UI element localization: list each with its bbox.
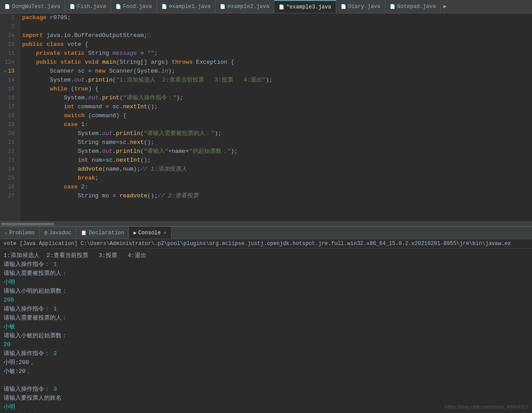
line-numbers: 1 2 3⊕ 10 11 12⊖ ⚠ 13 14 15 16 17 18 19 … (0, 13, 20, 221)
tab-label: Diary.java (348, 4, 380, 10)
code-lines: 1 2 3⊕ 10 11 12⊖ ⚠ 13 14 15 16 17 18 19 … (0, 13, 532, 221)
java-file-icon: 📄 (279, 4, 284, 10)
console-line-4: 小明 (4, 278, 528, 287)
tab-label: Food.java (123, 4, 152, 10)
tab-declaration-label: Declaration (89, 230, 124, 236)
line-num-23: 23 (4, 156, 16, 165)
tab-label: *example3.java (286, 4, 331, 10)
line-num-20: 20 (4, 129, 16, 138)
console-close-icon: ✕ (164, 229, 167, 236)
tab-diary[interactable]: 📄 Diary.java (336, 0, 385, 13)
code-line-22: System.out.println("请输入"+name+"的起始票数："); (22, 147, 532, 156)
line-num-21: 21 (4, 138, 16, 147)
java-file-icon: 📄 (161, 4, 167, 9)
editor-area: 1 2 3⊕ 10 11 12⊖ ⚠ 13 14 15 16 17 18 19 … (0, 13, 532, 226)
tab-label: Notepad.java (397, 4, 436, 10)
tab-food[interactable]: 📄 Food.java (111, 0, 157, 13)
tab-problems-label: Problems (9, 230, 35, 236)
console-area: vote [Java Application] C:\Users\Adminis… (0, 239, 532, 413)
tab-example2[interactable]: 📄 example2.java (215, 0, 274, 13)
console-line-6: 200 (4, 296, 528, 305)
console-line-3: 请输入需要被投票的人： (4, 269, 528, 278)
tab-example3[interactable]: 📄 *example3.java (274, 0, 336, 13)
warning-icon: ⚠ (4, 67, 6, 76)
code-line-1: package r0705; (22, 13, 532, 22)
line-num-16: 16 (4, 94, 16, 102)
tab-label: DongWuTest.java (12, 4, 60, 10)
tab-declaration[interactable]: 📋 Declaration (76, 227, 129, 239)
line-num-14: 14 (4, 76, 16, 85)
java-file-icon: 📄 (4, 4, 10, 9)
console-line-12: 请输入操作指令： 2 (4, 349, 528, 358)
tab-console[interactable]: ▶ Console ✕ (129, 227, 171, 239)
code-line-14: System.out.println("1:添加候选人 2:查看当前投票 3:投… (22, 76, 532, 85)
console-container[interactable]: 1:添加候选人 2:查看当前投票 3:投票 4:退出 请输入操作指令： 1 请输… (0, 249, 532, 413)
tab-problems[interactable]: ⚠ Problems (0, 227, 40, 239)
console-line-13: 小明:200， (4, 358, 528, 367)
code-line-23: int num=sc.nextInt(); (22, 156, 532, 165)
line-num-26: 26 (4, 183, 16, 192)
java-file-icon: 📄 (220, 4, 225, 9)
code-line-21: String name=sc.next(); (22, 138, 532, 147)
console-line-17: 请输入要投票人的姓名 (4, 394, 528, 403)
tab-label: example2.java (227, 4, 269, 10)
code-line-10: public class vote { (22, 40, 532, 49)
console-line-5: 请输入小明的起始票数： (4, 287, 528, 296)
console-line-7: 请输入操作指令： 1 (4, 305, 528, 314)
declaration-icon: 📋 (81, 230, 87, 236)
line-num-11: 11 (4, 49, 16, 58)
console-line-1: 1:添加候选人 2:查看当前投票 3:投票 4:退出 (4, 251, 528, 260)
scrollbar-thumb[interactable] (1, 223, 54, 225)
java-file-icon: 📄 (390, 4, 395, 9)
tab-fish[interactable]: 📄 Fish.java (65, 0, 111, 13)
line-num-1: 1 (4, 13, 16, 22)
line-num-17: 17 (4, 102, 16, 111)
tab-dongwutest[interactable]: 📄 DongWuTest.java (0, 0, 65, 13)
more-tabs-button[interactable]: ▶ (441, 0, 449, 13)
tab-javadoc[interactable]: @ Javadoc (40, 227, 76, 239)
line-num-13: ⚠ 13 (4, 67, 16, 76)
line-num-27: 27 (4, 192, 16, 200)
code-line-2 (22, 22, 532, 31)
line-num-25: 25 (4, 174, 16, 183)
code-line-3: import java.io.BufferedOutputStream;□ (22, 31, 532, 40)
horizontal-scrollbar[interactable] (0, 221, 532, 226)
line-num-10: 10 (4, 40, 16, 49)
tab-console-label: Console (138, 230, 161, 236)
code-line-12: public static void main(String[] args) t… (22, 58, 532, 67)
console-icon: ▶ (133, 230, 136, 236)
tab-example1[interactable]: 📄 example1.java (157, 0, 216, 13)
code-line-13: Scanner sc = new Scanner(System.in); (22, 67, 532, 76)
console-output[interactable]: 1:添加候选人 2:查看当前投票 3:投票 4:退出 请输入操作指令： 1 请输… (0, 249, 532, 413)
line-num-22: 22 (4, 147, 16, 156)
console-header: vote [Java Application] C:\Users\Adminis… (0, 239, 532, 249)
code-editor[interactable]: 1 2 3⊕ 10 11 12⊖ ⚠ 13 14 15 16 17 18 19 … (0, 13, 532, 226)
code-line-17: int command = sc.nextInt(); (22, 102, 532, 111)
java-file-icon: 📄 (341, 4, 346, 9)
console-line-15 (4, 376, 528, 385)
watermark: https://blog.csdn.net/weixin_48864517 (445, 404, 528, 409)
line-num-12: 12⊖ (4, 58, 16, 67)
code-line-26: case 2: (22, 183, 532, 192)
console-line-14: 小敏:20， (4, 367, 528, 376)
console-line-11: 20 (4, 340, 528, 349)
code-line-20: System.out.println("请输入需要被投票的人："); (22, 129, 532, 138)
console-line-10: 请输入小敏的起始票数： (4, 331, 528, 340)
tab-javadoc-label: Javadoc (49, 230, 71, 236)
code-line-27: String mo = readvote();// 2:查看投票 (22, 192, 532, 200)
tab-notepad[interactable]: 📄 Notepad.java (385, 0, 441, 13)
tab-bar: 📄 DongWuTest.java 📄 Fish.java 📄 Food.jav… (0, 0, 532, 13)
console-line-16: 请输入操作指令： 3 (4, 385, 528, 394)
java-file-icon: 📄 (70, 4, 75, 9)
code-line-24: addvote(name,num);// 1:添加投票人 (22, 165, 532, 174)
console-line-2: 请输入操作指令： 1 (4, 260, 528, 269)
problems-icon: ⚠ (4, 230, 8, 236)
code-line-18: switch (command) { (22, 111, 532, 120)
console-line-8: 请输入需要被投票的人： (4, 314, 528, 323)
javadoc-icon: @ (44, 230, 47, 236)
line-num-2: 2 (4, 22, 16, 31)
bottom-panel: ⚠ Problems @ Javadoc 📋 Declaration ▶ Con… (0, 226, 532, 413)
line-num-24: 24 (4, 165, 16, 174)
code-content[interactable]: package r0705; import java.io.BufferedOu… (20, 13, 532, 221)
tab-label: example1.java (169, 4, 211, 10)
